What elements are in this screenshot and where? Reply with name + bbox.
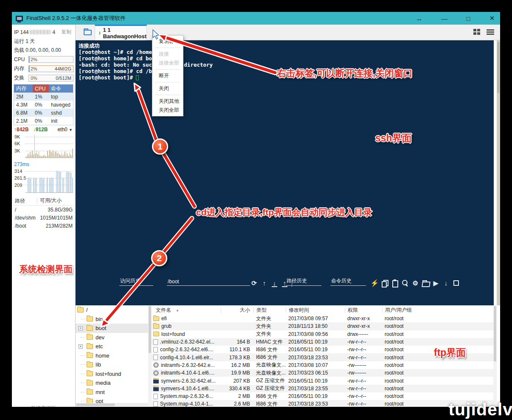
download-arrow-icon[interactable]: ↓ [442,279,450,287]
run-icon[interactable]: ▶ [432,279,440,287]
paste-icon[interactable] [391,279,399,287]
tree-item-bin[interactable]: bin [76,315,148,324]
file-row[interactable]: symvers-4.10.4-1.el6....330.4 KBGZ 压缩文件2… [152,385,493,392]
tree-item-etc[interactable]: +etc [76,342,148,351]
cpu-meter: CPU2% [14,56,73,63]
menu-item[interactable]: 关闭 [152,84,183,93]
column-header-3[interactable]: 修改时间 [286,307,345,313]
file-cell: drwx------ [345,331,382,337]
settings-gear-icon[interactable]: ⚙ [411,279,419,287]
chart-bar [51,152,51,158]
column-header-5[interactable]: 用户/用户组 [382,307,429,313]
file-row[interactable]: .vmlinuz-2.6.32-642.el...164 BHMAC 文件201… [152,338,493,346]
tree-item-boot[interactable]: +boot [76,324,148,333]
file-row[interactable]: initramfs-2.6.32-642.e...16.2 MB光盘映像文...… [152,361,493,369]
tree-connector [81,392,85,392]
process-table-header: 内存CPU命令 [14,85,73,93]
tree-item-lostfound[interactable]: lost+found [76,369,148,379]
file-row[interactable]: initramfs-4.10.4-1.el6....19.9 MB光盘映像文..… [152,369,493,377]
file-cell: -rw-r--r-- [345,378,382,384]
menu-item[interactable]: 复制标签 [152,37,183,46]
chart-bar [56,151,57,158]
expander-icon[interactable]: + [79,344,83,349]
terminal-scrollbar[interactable] [497,40,500,305]
expander-icon[interactable]: + [79,326,83,330]
file-row[interactable]: System.map-4.10.4-1...2.6 MBI686 文件2017/… [152,400,493,407]
parent-dir-icon[interactable]: ↑ [260,279,268,287]
tree-horizontal-scrollbar[interactable] [76,403,148,406]
path-input[interactable]: /boot [167,279,250,286]
upgrade-link[interactable]: 升级高级版 [12,405,75,407]
menu-item[interactable]: 连接 [152,50,183,59]
menu-item[interactable]: 连接全部 [152,59,183,68]
folder-icon [87,362,93,367]
file-row[interactable]: grub文件夹2018/11/13 18:50drwxr-xr-xroot/ro… [152,322,493,330]
column-header-1[interactable]: 大小 [221,307,253,313]
file-icon [153,394,158,399]
file-row[interactable]: symvers-2.6.32-642.el...207 KBGZ 压缩文件201… [152,377,493,384]
close-button[interactable]: ✕ [487,14,497,22]
tree-item-home[interactable]: home [76,351,148,361]
menu-item[interactable]: 关闭其他 [152,97,183,106]
tree-item-mnt[interactable]: mnt [76,388,148,397]
column-header-0[interactable]: 文件名▲ [152,307,221,313]
file-row[interactable]: System.map-2.6.32-6...2 MBI686 文件2016/05… [152,392,493,400]
file-row[interactable]: efi文件夹2017/03/08 09:57drwxr-xr-xroot/roo… [152,315,493,322]
download-icon[interactable]: ↓ [270,279,279,287]
interface-selector[interactable]: eth0 ▼ [57,127,73,132]
annotation-tab-note: 右击标签,可以断开连接,关闭窗口 [277,67,413,80]
tree-item-media[interactable]: media [76,378,148,388]
menu-item[interactable]: 断开 [152,71,183,80]
tree-item-[interactable]: / [76,305,148,315]
title-bar[interactable]: FinalShell 2.9.5.2 一体化服务器管理软件 ↔ — □ ✕ [12,12,500,25]
tree-item-label: home [96,352,110,359]
tree-scrollbar[interactable] [148,305,152,407]
file-cell: 2.6 MB [221,401,253,407]
disk-size: 1015M/1015M [40,215,73,221]
tree-item-dev[interactable]: dev [76,333,148,342]
menu-separator [155,95,180,95]
tab-label: 1 1 BandwagonHost [103,27,146,39]
column-header-4[interactable]: 权限 [345,307,382,313]
folder-icon [87,326,93,331]
chart-y-label: 3K [14,148,20,153]
tab-bandwagonhost[interactable]: 1 1 BandwagonHost [95,25,147,40]
tree-item-lib[interactable]: lib [76,360,148,369]
new-window-icon[interactable] [452,279,460,287]
chart-bar [53,178,53,192]
file-row[interactable]: lost+found文件夹2017/03/08 09:56drwx------r… [152,330,493,338]
menu-item[interactable]: 关闭全部 [152,106,183,115]
ssh-terminal[interactable]: 连接成功[root@host ~]# cd /home[root@host ho… [76,40,494,305]
menu-burger-icon[interactable] [487,29,494,35]
file-name-text: efi [161,316,167,321]
search-icon[interactable] [401,279,409,287]
tree-item-label: media [96,380,110,386]
file-cell: 文件夹 [253,323,286,330]
column-header-2[interactable]: 类型 [253,307,286,313]
connection-manager-button[interactable] [81,27,95,38]
command-history-dropdown[interactable]: 命令历史 [330,277,366,286]
chart-bar [71,155,72,158]
ftp-toolbar: 访问历史 /boot ⟳↑↓↑ 路径历史 命令历史 ⚡⚙▶↓ [76,276,494,289]
copy-ip-button[interactable]: 复制 [61,28,71,36]
connection-status-icon[interactable]: ⚡ [371,279,379,287]
file-name: efi [152,316,221,321]
chart-bar [28,154,28,158]
file-name: symvers-2.6.32-642.el... [152,378,221,384]
path-history-dropdown[interactable]: 路径历史 [286,277,321,286]
minimize-button[interactable]: — [440,15,449,22]
tree-item-label: bin [96,316,103,322]
visit-history-dropdown[interactable]: 访问历史 [119,277,153,286]
refresh-icon[interactable]: ⟳ [250,279,258,287]
file-table-scrollbar[interactable] [493,305,497,407]
copy-icon[interactable] [381,279,389,287]
file-cell: root/root [382,386,429,392]
chart-bar [53,150,53,158]
file-cell: root/root [382,323,429,329]
layout-grid-icon[interactable] [473,29,481,35]
file-cell: 2017/03/18 23:53 [286,401,345,407]
file-cell: root/root [382,347,429,352]
resize-swap-icon[interactable]: ↔ [416,12,422,25]
maximize-button[interactable]: □ [464,15,473,22]
open-folder-icon[interactable] [422,279,430,287]
